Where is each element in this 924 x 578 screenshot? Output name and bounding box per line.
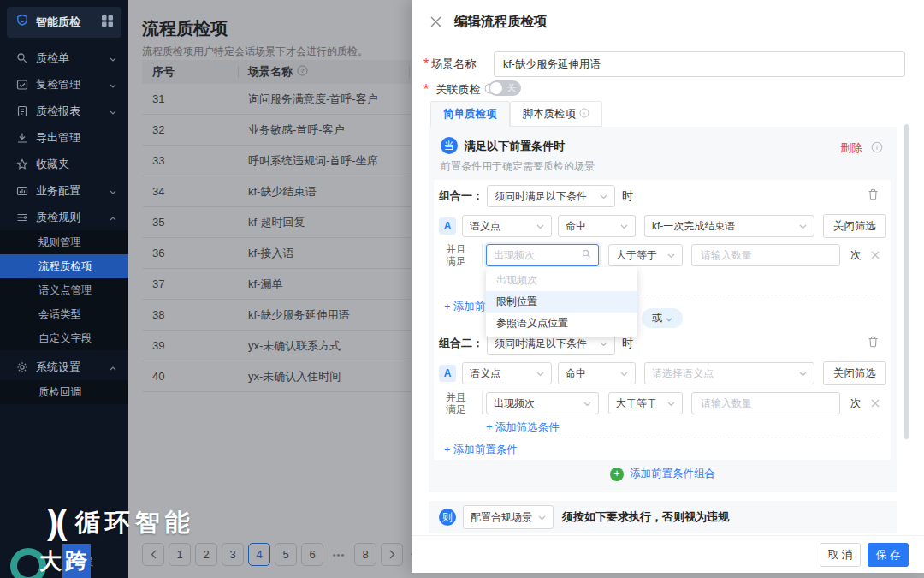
sidebar-item-business-config[interactable]: 业务配置 xyxy=(0,177,128,204)
add-filter-link[interactable]: + 添加筛选条件 xyxy=(486,420,560,435)
group-1-header: 组合一： 须同时满足以下条件 时 xyxy=(439,185,633,207)
precondition-title: 满足以下前置条件时 xyxy=(465,139,565,154)
cancel-button[interactable]: 取 消 xyxy=(820,543,861,567)
caret-down-icon xyxy=(620,367,628,379)
and-satisfy-label: 并且 满足 xyxy=(446,243,475,267)
compliance-scene-select[interactable]: 配置合规场景 xyxy=(463,505,554,529)
sidebar-item-report[interactable]: 质检报表 xyxy=(0,98,128,124)
sidebar-item-qc-callback[interactable]: 质检回调 xyxy=(0,380,128,404)
brand-logo-glyph: )( xyxy=(47,504,65,542)
comparator-select[interactable]: 大于等于 xyxy=(608,244,683,266)
caret-down-icon xyxy=(667,397,675,409)
sidebar-item-label: 复检管理 xyxy=(36,77,80,92)
sidebar-item-label: 质检单 xyxy=(36,51,69,66)
condition-type-select[interactable]: 语义点 xyxy=(462,362,552,384)
export-icon xyxy=(15,132,28,144)
divider xyxy=(444,438,880,438)
delete-button[interactable]: 删除 xyxy=(840,140,862,156)
group-1-filter-row: 并且 满足 出现频次 大于等于 次 xyxy=(434,243,880,267)
sidebar-item-inspection-list[interactable]: 质检单 xyxy=(0,45,128,71)
group-1-condition-row: A 语义点 命中 kf-一次完成结束语 关闭筛选 xyxy=(439,214,886,238)
trash-icon[interactable] xyxy=(868,336,879,351)
group-2-filter-row: 并且 满足 出现频次 大于等于 次 xyxy=(434,391,880,415)
sidebar-item-label: 收藏夹 xyxy=(36,157,69,172)
save-button[interactable]: 保 存 xyxy=(868,543,909,567)
semantic-point-select[interactable]: kf-一次完成结束语 xyxy=(644,215,814,237)
sidebar-item-qc-rules[interactable]: 质检规则 xyxy=(0,204,128,230)
close-filter-button[interactable]: 关闭筛选 xyxy=(823,214,886,238)
sidebar-item-process-qc-items[interactable]: 流程质检项 xyxy=(0,254,128,278)
sidebar-item-recheck[interactable]: 复检管理 xyxy=(0,71,128,98)
tab-script-qc[interactable]: 脚本质检项 xyxy=(510,101,603,127)
condition-type-select[interactable]: 语义点 xyxy=(462,215,552,237)
tab-simple-qc[interactable]: 简单质检项 xyxy=(430,101,510,127)
dropdown-option-position-limit[interactable]: 限制位置 xyxy=(486,291,637,313)
brand-watermark: )( 循环智能 xyxy=(47,504,195,542)
and-satisfy-label: 并且 满足 xyxy=(446,391,475,415)
caret-down-icon xyxy=(666,313,672,325)
add-condition-link[interactable]: + 添加前置条件 xyxy=(444,443,518,457)
sidebar-item-rule-management[interactable]: 规则管理 xyxy=(0,230,128,254)
edit-drawer: 编辑流程质检项 * 场景名称 * 关联质检 关 简单质检项 脚本质检项 xyxy=(412,0,924,573)
scene-name-label: * 场景名称 xyxy=(424,57,476,72)
plus-icon: + xyxy=(486,421,492,433)
then-requirement-text: 须按如下要求执行，否则视为违规 xyxy=(562,509,729,525)
chevron-down-icon xyxy=(110,104,116,117)
dropdown-option-reference-position[interactable]: 参照语义点位置 xyxy=(486,313,637,334)
drawer-title: 编辑流程质检项 xyxy=(454,13,548,31)
unit-label: 次 xyxy=(850,248,862,263)
sidebar-item-label: 系统设置 xyxy=(36,360,80,375)
metric-combobox[interactable]: 出现频次 xyxy=(486,244,599,266)
rules-icon xyxy=(15,212,28,223)
remove-icon[interactable] xyxy=(871,396,880,411)
app-title: 智能质检 xyxy=(36,15,102,30)
chevron-down-icon xyxy=(110,51,116,64)
scene-name-input[interactable] xyxy=(494,51,905,77)
condition-op-select[interactable]: 命中 xyxy=(558,362,636,384)
plus-icon: + xyxy=(444,301,450,313)
plus-icon: + xyxy=(444,444,450,456)
gear-icon xyxy=(15,361,28,373)
sidebar-item-semantic-points[interactable]: 语义点管理 xyxy=(0,278,128,302)
sidebar-item-system-settings[interactable]: 系统设置 xyxy=(0,354,128,380)
sidebar-item-label: 业务配置 xyxy=(36,183,80,199)
sidebar-item-session-types[interactable]: 会话类型 xyxy=(0,302,128,326)
chevron-up-icon xyxy=(110,361,116,373)
drawer-tabs: 简单质检项 脚本质检项 xyxy=(430,101,602,127)
semantic-point-select[interactable]: 请选择语义点 xyxy=(644,362,814,384)
when-badge: 当 xyxy=(441,137,458,154)
chevron-down-icon xyxy=(110,78,116,91)
system-settings-submenu: 质检回调 xyxy=(0,380,128,404)
sidebar-item-label: 质检规则 xyxy=(36,210,80,225)
caret-down-icon xyxy=(536,367,544,379)
sidebar-item-favorites[interactable]: 收藏夹 xyxy=(0,151,128,177)
then-badge: 则 xyxy=(439,509,456,526)
metric-select[interactable]: 出现频次 xyxy=(486,392,599,414)
divider xyxy=(482,392,483,414)
condition-op-select[interactable]: 命中 xyxy=(558,215,636,237)
grid-icon[interactable] xyxy=(102,15,113,30)
divider xyxy=(482,244,483,266)
sidebar-item-export[interactable]: 导出管理 xyxy=(0,124,128,151)
link-qc-toggle[interactable]: 关 xyxy=(489,80,521,96)
sidebar-item-custom-fields[interactable]: 自定义字段 xyxy=(0,326,128,350)
comparator-select[interactable]: 大于等于 xyxy=(608,392,683,414)
info-icon[interactable] xyxy=(871,141,883,157)
report-icon xyxy=(15,105,28,117)
close-filter-button[interactable]: 关闭筛选 xyxy=(823,361,886,385)
app-window: 智能质检 质检单 复检管理 质检报表 导出管理 xyxy=(0,0,924,578)
or-operator-pill[interactable]: 或 xyxy=(642,308,683,328)
sidebar-nav: 质检单 复检管理 质检报表 导出管理 收藏夹 xyxy=(0,45,128,404)
trash-icon[interactable] xyxy=(868,188,879,204)
group-1-logic-select[interactable]: 须同时满足以下条件 xyxy=(487,185,615,207)
close-icon[interactable] xyxy=(430,15,441,31)
add-group-link[interactable]: + 添加前置条件组合 xyxy=(429,467,897,481)
quantity-input[interactable] xyxy=(691,244,840,266)
caret-down-icon xyxy=(799,367,807,379)
scrollbar[interactable] xyxy=(904,124,909,439)
remove-icon[interactable] xyxy=(871,247,880,263)
doc-search-icon xyxy=(15,52,28,64)
caret-down-icon xyxy=(600,190,607,202)
quantity-input[interactable] xyxy=(691,392,840,414)
star-icon xyxy=(15,158,28,170)
